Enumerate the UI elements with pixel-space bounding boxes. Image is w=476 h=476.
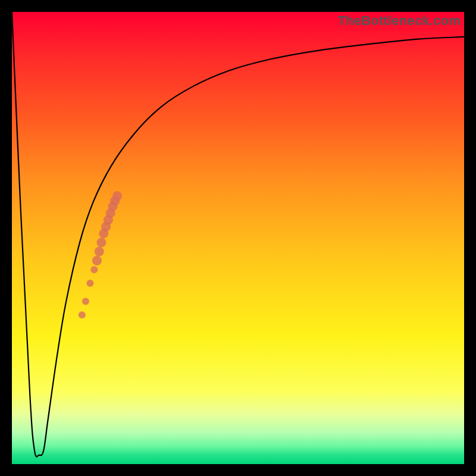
- highlight-dot: [90, 266, 98, 273]
- bottleneck-curve: [12, 12, 464, 457]
- highlight-dots: [79, 191, 122, 318]
- highlight-dot: [112, 191, 122, 201]
- highlight-dot: [87, 280, 94, 287]
- curve-svg: [12, 12, 464, 464]
- highlight-dot: [92, 256, 102, 265]
- chart-frame: TheBottleneck.com: [0, 0, 476, 476]
- highlight-dot: [97, 238, 107, 248]
- plot-area: TheBottleneck.com: [12, 12, 464, 464]
- highlight-dot: [95, 247, 104, 256]
- highlight-dot: [82, 298, 89, 305]
- highlight-dot: [79, 311, 86, 318]
